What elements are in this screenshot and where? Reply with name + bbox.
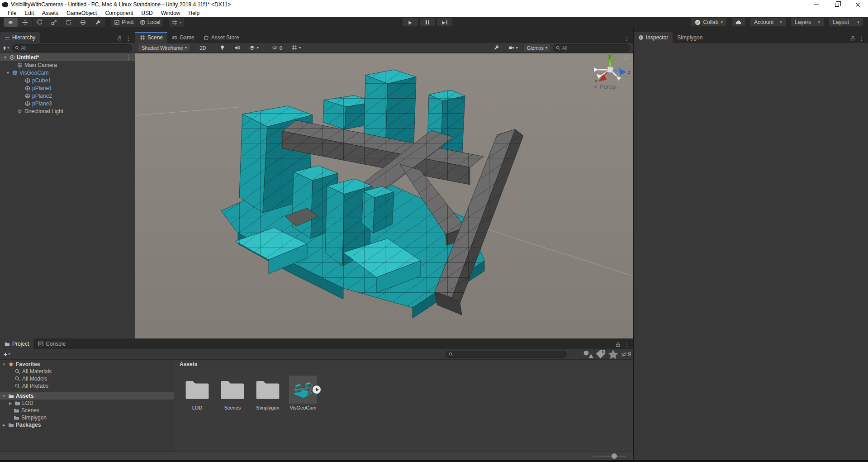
cloud-button[interactable] [731,18,745,27]
close-button[interactable] [847,0,868,9]
kebab-menu-icon[interactable]: ⋮ [624,36,630,41]
account-dropdown[interactable]: Account ▾ [750,18,786,27]
move-tool-button[interactable] [18,18,33,27]
expand-arrow-icon[interactable]: ▼ [5,71,10,75]
tab-project[interactable]: Project [0,338,33,349]
layers-dropdown[interactable]: Layers ▾ [791,18,824,27]
grid-visibility-dropdown[interactable]: ▾ [288,44,304,52]
menu-window[interactable]: Window [157,10,185,16]
tab-hierarchy[interactable]: Hierarchy [0,32,40,43]
favorites-root[interactable]: ▼ Favorites [0,361,174,368]
menu-assets[interactable]: Assets [38,10,62,16]
packages-root[interactable]: ▶ Packages [0,421,174,429]
asset-tile-lod[interactable]: LOD [182,376,212,410]
hierarchy-item-directional-light[interactable]: Directional Light [0,107,135,115]
folder-scenes[interactable]: Scenes [0,407,174,414]
hierarchy-search-input[interactable] [21,45,129,51]
tab-scene[interactable]: Scene [135,32,167,43]
pause-button[interactable] [419,18,436,27]
expand-arrow-icon[interactable]: ▼ [2,394,6,398]
layout-dropdown[interactable]: Layout ▾ [829,18,863,27]
kebab-menu-icon[interactable]: ⋮ [859,36,864,41]
gizmos-dropdown[interactable]: Gizmos ▾ [523,44,551,52]
minimize-button[interactable] [806,0,826,9]
rotate-tool-button[interactable] [33,18,47,27]
gizmo-center-cube[interactable] [607,67,613,73]
play-button[interactable]: ▶ [402,18,418,27]
hierarchy-search[interactable] [12,44,132,52]
rect-tool-button[interactable] [62,18,76,27]
favorite-search-button[interactable] [607,350,619,358]
scene-visibility-button[interactable]: 0 [268,44,286,52]
scene-tools-button[interactable] [490,44,503,52]
restore-button[interactable] [826,0,847,9]
tab-asset-store[interactable]: Asset Store [199,32,244,43]
scene-viewport[interactable]: y z x < Persp [135,53,633,338]
hierarchy-item-scene[interactable]: ▼ Untitled* ⋮ [0,53,135,61]
search-by-type-button[interactable] [582,350,593,358]
lock-icon[interactable] [616,342,621,347]
tab-inspector[interactable]: Inspector [634,32,673,43]
step-button[interactable]: ▶ [436,18,453,27]
axis-z-cone[interactable] [619,68,626,75]
asset-tile-scenes[interactable]: Scenes [218,376,247,410]
expand-arrow-icon[interactable]: ▼ [2,362,6,367]
collab-button[interactable]: Collab ▾ [691,18,727,27]
hierarchy-item-pplane2[interactable]: pPlane2 [0,92,135,100]
menu-help[interactable]: Help [184,10,204,16]
effects-dropdown[interactable]: ▾ [246,44,262,52]
hierarchy-item-main-camera[interactable]: Main Camera [0,61,135,69]
folder-simplygon[interactable]: Simplygon [0,414,174,421]
assets-root-folder[interactable]: ▼ Assets [0,392,174,400]
favorite-all-models[interactable]: All Models [0,375,174,382]
draw-mode-dropdown[interactable]: Shaded Wireframe ▾ [138,44,190,52]
hierarchy-item-visgeocam[interactable]: ▼ VisGeoCam [0,69,135,76]
pivot-toggle-button[interactable]: Pivot [111,18,137,27]
hidden-packages-count[interactable]: 9 [620,350,631,358]
search-by-label-button[interactable] [594,350,606,358]
asset-play-badge[interactable] [312,385,321,394]
grid-snap-button[interactable]: ▾ [169,18,184,27]
favorite-all-materials[interactable]: All Materials [0,368,174,375]
custom-tool-button[interactable] [90,18,105,27]
project-search[interactable] [446,351,567,358]
folder-lod[interactable]: ▶ LOD [0,400,174,407]
lock-icon[interactable] [117,36,122,41]
scene-search-input[interactable] [562,45,627,51]
2d-toggle-button[interactable]: 2D [196,44,210,52]
view-tool-button[interactable] [4,18,18,27]
create-asset-button[interactable]: + ▾ [4,351,10,358]
hierarchy-item-pplane1[interactable]: pPlane1 [0,84,135,92]
gizmo-lock-icon[interactable] [623,55,629,60]
scale-tool-button[interactable] [47,18,62,27]
favorite-all-prefabs[interactable]: All Prefabs [0,382,174,390]
hierarchy-item-pcube1[interactable]: pCube1 [0,76,135,84]
menu-edit[interactable]: Edit [20,10,38,16]
lock-icon[interactable] [850,36,855,41]
menu-component[interactable]: Component [101,10,137,16]
kebab-menu-icon[interactable]: ⋮ [624,343,630,347]
kebab-menu-icon[interactable]: ⋮ [126,36,131,41]
scene-search[interactable] [553,44,631,52]
project-search-input[interactable] [455,352,564,357]
asset-tile-simplygon[interactable]: Simplygon [253,376,283,410]
scene-camera-dropdown[interactable]: ▾ [505,44,522,52]
tab-game[interactable]: Game [167,32,199,43]
lighting-toggle-button[interactable] [216,44,229,52]
expand-arrow-icon[interactable]: ▶ [8,401,13,405]
perspective-toggle[interactable]: < Persp [594,83,616,90]
asset-tile-visgeocam[interactable]: VisGeoCam [288,376,318,410]
tab-simplygon[interactable]: Simplygon [673,32,707,43]
slider-thumb[interactable] [612,453,617,459]
menu-file[interactable]: File [4,10,20,16]
kebab-menu-icon[interactable]: ⋮ [126,54,131,61]
local-toggle-button[interactable]: Local [137,18,163,27]
transform-tool-button[interactable] [76,18,90,27]
expand-arrow-icon[interactable]: ▼ [3,55,8,60]
thumbnail-zoom-slider[interactable] [593,456,626,457]
expand-arrow-icon[interactable]: ▶ [2,423,6,427]
hierarchy-item-pplane3[interactable]: pPlane3 [0,100,135,107]
menu-gameobject[interactable]: GameObject [62,10,101,16]
audio-toggle-button[interactable] [231,44,244,52]
tab-console[interactable]: Console [33,338,70,349]
